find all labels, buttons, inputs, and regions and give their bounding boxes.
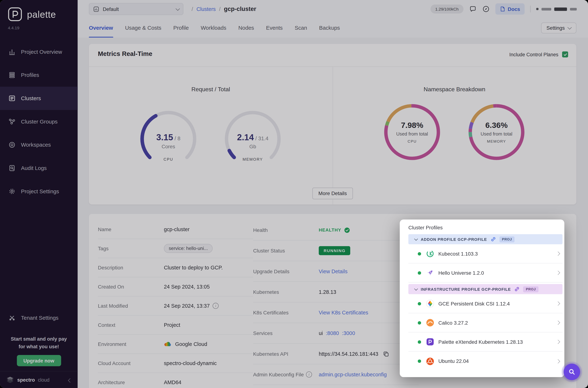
chevron-down-icon [414,287,418,290]
profile-item-kubecost[interactable]: Kubecost 1.103.3 [408,244,563,263]
profile-item-label: Palette eXtended Kubernetes 1.28.13 [438,339,557,345]
profile-item-label: Calico 3.27.2 [438,320,557,326]
profile-item-ubuntu[interactable]: Ubuntu 22.04 [408,352,563,371]
chevron-right-icon [556,321,560,325]
hello-universe-icon [426,269,434,277]
ubuntu-icon [426,357,434,365]
status-dot [418,302,421,305]
panel-title: Cluster Profiles [408,225,563,230]
gce-disk-icon [426,299,434,308]
proj-badge: PROJ [523,286,538,292]
profile-item-calico[interactable]: Calico 3.27.2 [408,313,563,332]
link-icon[interactable] [514,286,520,292]
calico-icon [426,319,434,327]
profile-item-label: Hello Universe 1.2.0 [438,270,557,276]
cluster-profiles-panel: Cluster Profiles ADDON PROFILE GCP-PROFI… [400,219,564,377]
status-dot [418,359,421,363]
profile-item-label: GCE Persistent Disk CSI 1.12.4 [438,301,557,306]
palette-k8s-icon [426,338,434,346]
proj-badge: PROJ [499,236,515,242]
status-dot [418,321,421,324]
chevron-right-icon [556,359,560,363]
status-dot [418,271,421,274]
profile-item-label: Ubuntu 22.04 [438,358,557,364]
status-dot [418,252,421,255]
chevron-right-icon [556,301,560,306]
kubecost-icon [426,250,434,258]
search-fab[interactable] [564,364,580,380]
profile-item-gce-disk[interactable]: GCE Persistent Disk CSI 1.12.4 [408,294,563,313]
chevron-right-icon [556,340,560,344]
palette-app: palette 4.4.19 Project Overview Profiles… [0,0,588,388]
search-icon [568,368,576,376]
chevron-right-icon [556,252,560,256]
chevron-right-icon [556,271,560,275]
profile-section-label: INFRASTRUCTURE PROFILE GCP-PROFILE [421,287,511,291]
link-icon[interactable] [490,237,496,242]
profile-item-label: Kubecost 1.103.3 [438,251,557,256]
profile-section-label: ADDON PROFILE GCP-PROFILE [421,237,487,242]
status-dot [418,340,421,343]
profile-item-palette-k8s[interactable]: Palette eXtended Kubernetes 1.28.13 [408,332,563,352]
infrastructure-profile-section-header[interactable]: INFRASTRUCTURE PROFILE GCP-PROFILE PROJ [408,284,563,294]
profile-item-hello-universe[interactable]: Hello Universe 1.2.0 [408,263,563,283]
addon-profile-section-header[interactable]: ADDON PROFILE GCP-PROFILE PROJ [408,234,563,244]
chevron-down-icon [414,237,418,241]
